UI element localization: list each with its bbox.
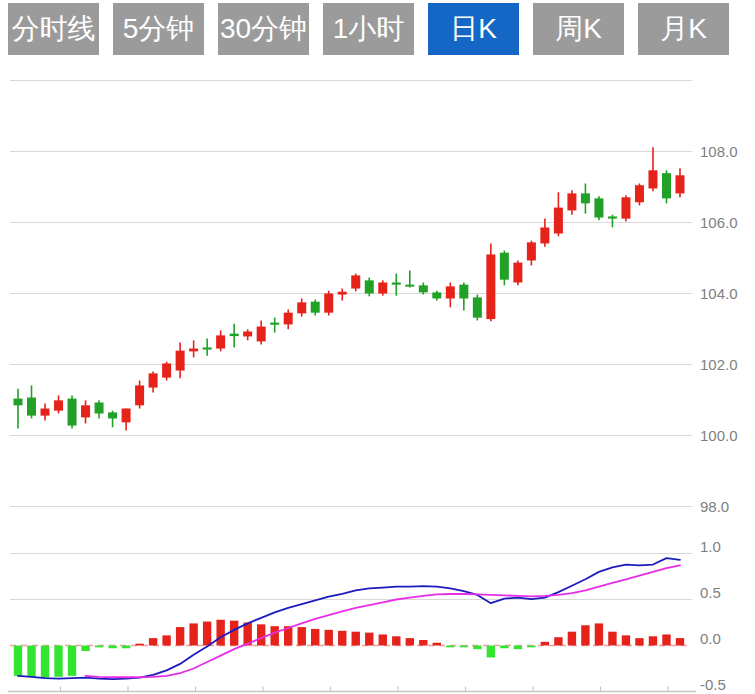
macd-bar — [379, 634, 387, 645]
candle-body — [54, 400, 63, 410]
tab-weekly-k[interactable]: 周K — [533, 3, 624, 55]
candle-body — [540, 227, 549, 243]
macd-bar — [527, 646, 535, 648]
macd-axis-label: -0.5 — [700, 676, 726, 693]
candle-body — [621, 197, 630, 218]
macd-axis-label: 0.5 — [700, 584, 721, 601]
candle-body — [270, 323, 279, 325]
price-axis-label: 100.0 — [700, 427, 738, 444]
macd-bar — [27, 646, 35, 677]
tab-daily-k[interactable]: 日K — [428, 3, 519, 55]
macd-bar — [270, 626, 278, 645]
macd-bar — [433, 643, 441, 646]
candle-body — [324, 294, 333, 313]
timeframe-tabbar: 分时线 5分钟 30分钟 1小时 日K 周K 月K — [8, 3, 729, 55]
macd-bar — [298, 627, 306, 645]
candle-body — [392, 282, 401, 284]
candle-body — [473, 297, 482, 317]
macd-bar — [81, 646, 89, 652]
macd-bar — [635, 638, 643, 645]
macd-bar — [608, 632, 616, 646]
macd-bar — [176, 627, 184, 645]
price-axis-label: 106.0 — [700, 214, 738, 231]
macd-bar — [162, 635, 170, 645]
macd-bar — [203, 622, 211, 646]
macd-bar — [189, 623, 197, 645]
macd-bar — [595, 623, 603, 645]
macd-bar — [68, 646, 76, 676]
candle-body — [527, 242, 536, 260]
macd-bar — [446, 646, 454, 648]
candle-body — [500, 253, 509, 280]
macd-axis-label: 0.0 — [700, 630, 721, 647]
tab-monthly-k[interactable]: 月K — [638, 3, 729, 55]
macd-bar — [473, 646, 481, 650]
price-axis-label: 104.0 — [700, 285, 738, 302]
candle-body — [149, 373, 158, 387]
macd-bar — [676, 638, 684, 645]
macd-bar — [460, 646, 468, 648]
candle-body — [608, 216, 617, 218]
candle-body — [162, 363, 171, 377]
macd-bar — [122, 646, 130, 649]
kline-chart[interactable]: 108.0106.0104.0102.0100.098.01.00.50.0-0… — [0, 0, 755, 694]
candle-body — [27, 398, 36, 416]
macd-bar — [230, 621, 238, 646]
macd-bar — [581, 625, 589, 645]
candle-body — [95, 402, 104, 413]
candle-body — [662, 173, 671, 198]
dif-line — [18, 558, 680, 679]
macd-bar — [14, 646, 22, 676]
price-axis-label: 98.0 — [700, 498, 729, 515]
candle-body — [675, 175, 684, 193]
candle-body — [365, 280, 374, 293]
macd-histogram — [14, 620, 684, 678]
macd-bar — [662, 634, 670, 645]
macd-bar — [554, 637, 562, 645]
candle-body — [594, 198, 603, 217]
candle-body — [459, 285, 468, 299]
macd-axis-label: 1.0 — [700, 538, 721, 555]
macd-bar — [392, 636, 400, 645]
macd-bar — [149, 638, 157, 645]
tab-5min[interactable]: 5分钟 — [113, 3, 204, 55]
price-axis-label: 102.0 — [700, 356, 738, 373]
candle-body — [648, 170, 657, 188]
macd-gridlines: 1.00.50.0-0.5 — [8, 538, 726, 693]
candle-body — [176, 351, 185, 371]
candle-body — [216, 335, 225, 348]
dea-line — [86, 565, 680, 677]
candle-body — [405, 285, 414, 287]
macd-bar — [365, 633, 373, 646]
candle-body — [432, 292, 441, 298]
macd-bar — [54, 646, 62, 677]
macd-bar — [352, 632, 360, 646]
price-axis-label: 108.0 — [700, 143, 738, 160]
candle-body — [486, 254, 495, 319]
macd-bar — [500, 646, 508, 649]
candle-body — [203, 347, 212, 349]
candle-body — [284, 313, 293, 325]
candle-body — [567, 193, 576, 210]
candle-body — [378, 282, 387, 293]
macd-bar — [95, 646, 103, 648]
macd-bar — [622, 635, 630, 645]
candle-body — [311, 302, 320, 313]
candle-body — [41, 409, 50, 416]
candle-body — [419, 285, 428, 292]
candle-body — [297, 302, 306, 313]
macd-bar — [649, 636, 657, 645]
tab-1hour[interactable]: 1小时 — [323, 3, 414, 55]
macd-bar — [135, 644, 143, 646]
candle-body — [189, 349, 198, 352]
candle-body — [635, 185, 644, 202]
macd-bar — [325, 630, 333, 646]
macd-bar — [568, 632, 576, 646]
candle-body — [338, 292, 347, 295]
macd-bar — [514, 646, 522, 650]
candlestick-series — [14, 147, 685, 430]
tab-timeline[interactable]: 分时线 — [8, 3, 99, 55]
tab-30min[interactable]: 30分钟 — [218, 3, 309, 55]
candle-body — [581, 193, 590, 203]
macd-bar — [487, 646, 495, 658]
